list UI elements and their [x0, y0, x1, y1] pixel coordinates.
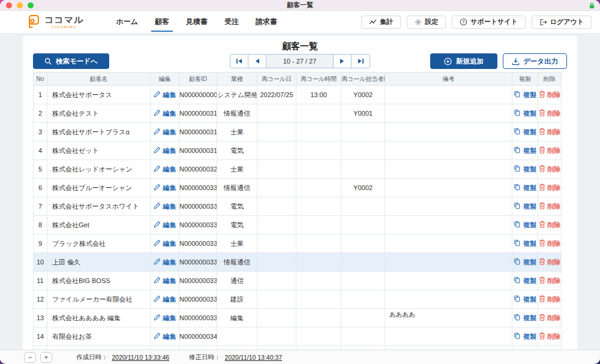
edit-button[interactable]: 編集	[154, 202, 176, 211]
first-page-button[interactable]	[230, 55, 248, 68]
cell-customer-id: N0000000331	[179, 179, 217, 197]
copy-button[interactable]: 複製	[514, 109, 536, 118]
copy-button[interactable]: 複製	[514, 221, 536, 230]
delete-button[interactable]: 削除	[539, 314, 561, 323]
button-label: 編集	[163, 314, 176, 323]
support-site-button[interactable]: ?サポートサイト	[452, 16, 526, 29]
delete-button[interactable]: 削除	[539, 183, 561, 192]
aggregate-button[interactable]: 集計	[361, 16, 401, 29]
delete-button[interactable]: 削除	[539, 146, 561, 155]
cell-recall-date	[257, 290, 296, 309]
copy-button[interactable]: 複製	[514, 314, 536, 323]
fullscreen-window-button[interactable]	[28, 2, 34, 8]
zoom-in-button[interactable]: +	[40, 352, 52, 363]
settings-button[interactable]: 設定	[407, 16, 446, 29]
cell-customer-id: N0000000318	[179, 123, 217, 142]
nav-item-invoices[interactable]: 請求書	[247, 11, 286, 34]
cell-recall-time	[296, 253, 341, 272]
delete-button[interactable]: 削除	[539, 239, 561, 248]
edit-button[interactable]: 編集	[154, 146, 176, 155]
delete-button[interactable]: 削除	[539, 221, 561, 230]
delete-button[interactable]: 削除	[539, 91, 561, 100]
edit-button[interactable]: 編集	[154, 332, 176, 341]
table-row[interactable]: 14有限会社お茶編集N0000000343複製削除	[34, 327, 562, 346]
table-row[interactable]: 1株式会社サポータス編集N0000000001システム開発2022/07/251…	[34, 86, 562, 104]
copy-button[interactable]: 複製	[514, 91, 536, 100]
table-row[interactable]: 9ブラック株式会社編集N0000000334士業複製削除	[34, 234, 562, 253]
cell-industry: システム開発	[217, 86, 257, 104]
delete-button[interactable]: 削除	[539, 332, 561, 341]
help-icon: ?	[460, 18, 467, 26]
previous-page-button[interactable]	[248, 55, 266, 68]
edit-button[interactable]: 編集	[154, 239, 176, 248]
zoom-out-button[interactable]: −	[24, 352, 36, 363]
cell-customer-id: N0000000335	[179, 253, 217, 272]
edit-button[interactable]: 編集	[154, 221, 176, 230]
table-row[interactable]: 4株式会社ゼット編集N0000000319電気複製削除	[34, 142, 562, 160]
button-label: 編集	[163, 332, 176, 341]
edit-button[interactable]: 編集	[154, 128, 176, 137]
edit-button[interactable]: 編集	[154, 314, 176, 323]
cell-recall-time	[296, 290, 341, 309]
edit-button[interactable]: 編集	[154, 258, 176, 267]
table-row[interactable]: 7株式会社サポータスホワイト編集N0000000332電気複製削除	[34, 197, 562, 216]
nav-item-orders[interactable]: 受注	[216, 11, 247, 34]
copy-button[interactable]: 複製	[514, 183, 536, 192]
minimize-window-button[interactable]	[17, 2, 23, 8]
edit-button[interactable]: 編集	[154, 165, 176, 174]
button-label: 削除	[548, 202, 561, 211]
cell-no: 8	[34, 216, 47, 234]
cell-recall-time	[296, 216, 341, 234]
copy-button[interactable]: 複製	[514, 295, 536, 304]
last-page-button[interactable]	[352, 55, 370, 68]
delete-button[interactable]: 削除	[539, 202, 561, 211]
logout-button[interactable]: ログアウト	[532, 16, 592, 29]
table-row[interactable]: 8株式会社Get編集N0000000333電気複製削除	[34, 216, 562, 234]
cell-industry: 通信	[217, 272, 257, 290]
table-row[interactable]: 5株式会社レッドオーシャン編集N0000000320士業複製削除	[34, 160, 562, 179]
data-export-button[interactable]: データ出力	[503, 53, 567, 69]
copy-button[interactable]: 複製	[514, 332, 536, 341]
table-row[interactable]: 12ファイルメーカー有限会社編集N0000000337建設複製削除	[34, 290, 562, 309]
edit-button[interactable]: 編集	[154, 109, 176, 118]
copy-button[interactable]: 複製	[514, 128, 536, 137]
copy-button[interactable]: 複製	[514, 146, 536, 155]
button-label: 削除	[548, 276, 561, 285]
delete-button[interactable]: 削除	[539, 295, 561, 304]
next-page-button[interactable]	[334, 55, 352, 68]
delete-button[interactable]: 削除	[539, 165, 561, 174]
delete-button[interactable]: 削除	[539, 276, 561, 285]
close-window-button[interactable]	[6, 2, 12, 8]
delete-button[interactable]: 削除	[539, 109, 561, 118]
table-row[interactable]: 11株式会社BIG BOSS編集N0000000336通信複製削除	[34, 272, 562, 290]
nav-item-customers[interactable]: 顧客	[146, 11, 178, 34]
nav-item-home[interactable]: ホーム	[107, 11, 146, 34]
column-header: 顧客ID	[179, 73, 217, 86]
table-row[interactable]: 13株式会社ああああ 編集編集N0000000338編集ああああ複製削除	[34, 309, 562, 327]
cell-no: 13	[34, 309, 47, 327]
copy-button[interactable]: 複製	[514, 165, 536, 174]
add-new-button[interactable]: 新規追加	[430, 53, 497, 69]
edit-button[interactable]: 編集	[154, 91, 176, 100]
table-row[interactable]: 3株式会社サポートプラスα編集N0000000318士業複製削除	[34, 123, 562, 142]
delete-button-cell: 削除	[538, 309, 562, 327]
search-mode-button[interactable]: 検索モードへ	[33, 53, 109, 69]
edit-button[interactable]: 編集	[154, 183, 176, 192]
table-row[interactable]: 10上田 倫久編集N0000000335情報通信複製削除	[34, 253, 562, 272]
button-label: 複製	[523, 202, 536, 211]
button-label: 複製	[523, 183, 536, 192]
copy-button[interactable]: 複製	[514, 202, 536, 211]
cell-no: 9	[34, 234, 47, 253]
delete-button[interactable]: 削除	[539, 128, 561, 137]
trash-icon	[539, 165, 545, 173]
copy-button[interactable]: 複製	[514, 258, 536, 267]
table-row[interactable]: 6株式会社ブルーオーシャン編集N0000000331情報通信Y0002複製削除	[34, 179, 562, 197]
table-row[interactable]: 2株式会社テスト編集N0000000317情報通信Y0001複製削除	[34, 104, 562, 123]
edit-button[interactable]: 編集	[154, 276, 176, 285]
nav-item-quotes[interactable]: 見積書	[178, 11, 216, 34]
copy-button[interactable]: 複製	[514, 276, 536, 285]
copy-button[interactable]: 複製	[514, 239, 536, 248]
edit-button[interactable]: 編集	[154, 295, 176, 304]
cell-recall-time	[296, 197, 341, 216]
delete-button[interactable]: 削除	[539, 258, 561, 267]
